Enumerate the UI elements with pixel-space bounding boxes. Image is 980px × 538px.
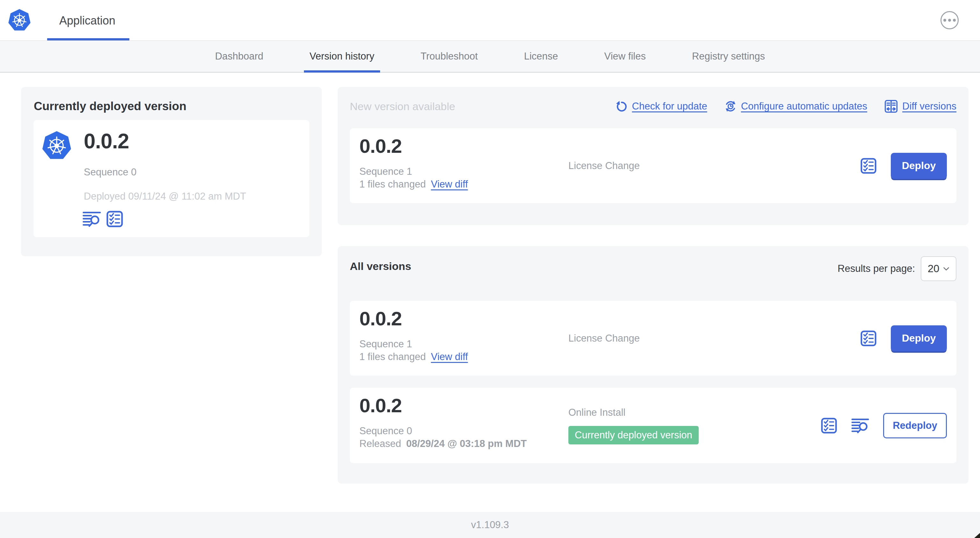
check-for-update-label: Check for update: [632, 101, 707, 112]
version-action-links: Check for update Configure automat: [616, 100, 956, 113]
row-source-label: License Change: [568, 333, 640, 344]
deployed-version-actions: [83, 210, 123, 228]
tab-troubleshoot[interactable]: Troubleshoot: [420, 41, 478, 72]
currently-deployed-badge: Currently deployed version: [568, 426, 699, 444]
preflight-checks-icon[interactable]: [860, 330, 877, 347]
view-diff-link[interactable]: View diff: [431, 179, 468, 190]
diff-versions-label: Diff versions: [902, 101, 956, 112]
view-logs-icon[interactable]: [83, 210, 101, 228]
app-icon-kubernetes: [41, 130, 72, 161]
version-row: 0.0.2 Sequence 1 1 files changed View di…: [350, 301, 956, 376]
ellipsis-dot: [948, 19, 951, 22]
new-version-row: 0.0.2 Sequence 1 1 files changed View di…: [350, 128, 956, 203]
results-per-page: Results per page: 20: [838, 256, 956, 281]
row-files-changed: 1 files changed View diff: [360, 351, 468, 363]
configure-automatic-updates-link[interactable]: Configure automatic updates: [724, 100, 867, 113]
deploy-button[interactable]: Deploy: [891, 153, 947, 179]
tab-label: View files: [605, 51, 646, 62]
all-versions-card: All versions Results per page: 20 0.0.2 …: [338, 246, 969, 484]
active-app-indicator: [47, 38, 129, 40]
refresh-icon: [616, 100, 628, 113]
row-source-label: License Change: [568, 160, 640, 171]
diff-versions-link[interactable]: Diff versions: [885, 100, 956, 113]
tab-label: Dashboard: [215, 51, 264, 62]
app-nav: Dashboard Version history Troubleshoot L…: [0, 40, 980, 73]
console-version: v1.109.3: [471, 519, 509, 531]
released-date: 08/29/24 @ 03:18 pm MDT: [406, 438, 527, 449]
row-sequence: Sequence 0: [360, 425, 412, 437]
view-diff-link[interactable]: View diff: [431, 351, 468, 363]
preflight-checks-icon[interactable]: [821, 417, 837, 434]
kubernetes-logo-icon: [8, 9, 31, 32]
tab-label: Registry settings: [692, 51, 765, 62]
diff-icon: [885, 100, 898, 113]
row-actions: Deploy: [860, 153, 947, 179]
preflight-checks-icon[interactable]: [106, 210, 123, 228]
row-sequence: Sequence 1: [360, 338, 412, 350]
cursor-artifact: [974, 533, 980, 538]
version-row: 0.0.2 Sequence 0 Released 08/29/24 @ 03:…: [350, 388, 956, 463]
ellipsis-dot: [953, 19, 956, 22]
new-version-header: New version available Check for update: [350, 100, 956, 113]
deployed-timestamp: Deployed 09/11/24 @ 11:02 am MDT: [84, 191, 246, 202]
app-header: Application: [0, 0, 980, 40]
deployed-version-number: 0.0.2: [84, 129, 129, 153]
deploy-button[interactable]: Deploy: [891, 325, 947, 351]
tab-dashboard[interactable]: Dashboard: [215, 41, 264, 72]
view-logs-icon[interactable]: [851, 417, 869, 434]
results-per-page-label: Results per page:: [838, 263, 915, 275]
chevron-down-icon: [943, 267, 950, 271]
row-files-changed: 1 files changed View diff: [360, 179, 468, 190]
row-version-number: 0.0.2: [360, 135, 402, 157]
row-released: Released 08/29/24 @ 03:18 pm MDT: [360, 438, 527, 449]
currently-deployed-title: Currently deployed version: [34, 100, 186, 113]
row-actions: Redeploy: [821, 413, 947, 438]
ellipsis-menu-button[interactable]: [940, 11, 959, 29]
currently-deployed-version-panel: 0.0.2 Sequence 0 Deployed 09/11/24 @ 11:…: [33, 120, 309, 237]
active-tab-indicator: [304, 70, 380, 73]
tab-license[interactable]: License: [524, 41, 558, 72]
new-version-title: New version available: [350, 100, 455, 113]
tab-view-files[interactable]: View files: [605, 41, 646, 72]
preflight-checks-icon[interactable]: [860, 157, 877, 174]
results-per-page-select[interactable]: 20: [921, 256, 956, 281]
new-version-card: New version available Check for update: [338, 87, 969, 225]
files-changed-label: 1 files changed: [360, 351, 426, 363]
row-sequence: Sequence 1: [360, 166, 412, 177]
admin-console-page: Application Dashboard Version history Tr…: [0, 0, 980, 538]
tab-registry-settings[interactable]: Registry settings: [692, 41, 765, 72]
row-source-block: Online Install Currently deployed versio…: [568, 407, 699, 444]
files-changed-label: 1 files changed: [360, 179, 426, 190]
currently-deployed-card: Currently deployed version: [21, 87, 322, 256]
configure-automatic-updates-label: Configure automatic updates: [741, 101, 867, 112]
results-per-page-value: 20: [928, 263, 940, 275]
check-for-update-link[interactable]: Check for update: [616, 100, 707, 113]
tab-label: Version history: [310, 51, 374, 62]
row-version-number: 0.0.2: [360, 307, 402, 330]
app-footer: v1.109.3: [0, 512, 980, 538]
app-title: Application: [59, 14, 115, 27]
row-source-label: Online Install: [568, 407, 699, 418]
row-version-number: 0.0.2: [360, 394, 402, 417]
deployed-sequence: Sequence 0: [84, 167, 136, 178]
redeploy-button[interactable]: Redeploy: [883, 413, 947, 438]
tab-label: Troubleshoot: [420, 51, 478, 62]
released-label: Released: [360, 438, 401, 449]
row-actions: Deploy: [860, 325, 947, 351]
tab-version-history[interactable]: Version history: [310, 41, 374, 72]
all-versions-title: All versions: [350, 260, 411, 273]
tab-label: License: [524, 51, 558, 62]
ellipsis-dot: [943, 19, 946, 22]
auto-update-clock-icon: [724, 100, 737, 113]
